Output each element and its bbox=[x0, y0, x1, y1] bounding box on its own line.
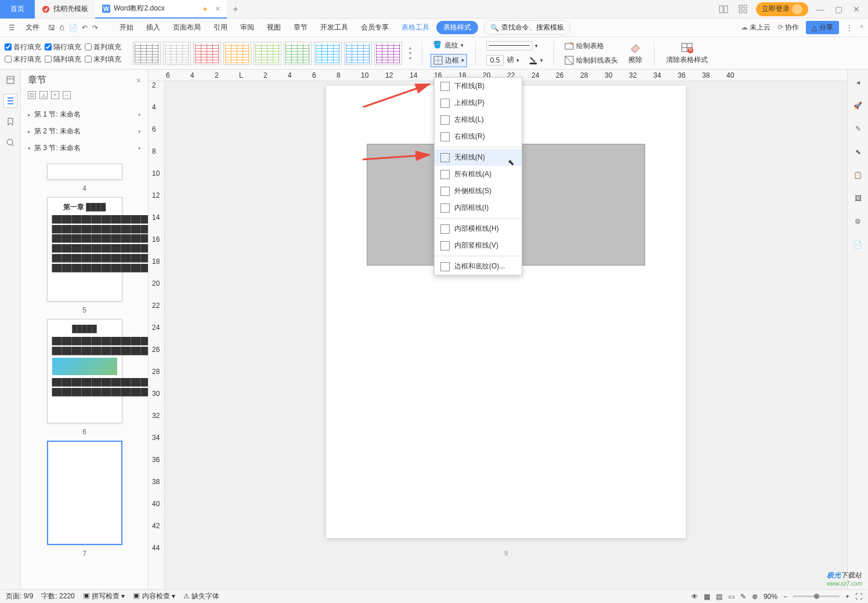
menu-insert[interactable]: 插入 bbox=[140, 20, 166, 35]
menu-table-tools[interactable]: 表格工具 bbox=[396, 20, 435, 35]
rail-expand[interactable]: ◂ bbox=[851, 75, 865, 89]
table-style-thumb[interactable] bbox=[223, 42, 251, 65]
menu-review[interactable]: 审阅 bbox=[234, 20, 260, 35]
dropdown-item[interactable]: 右框线(R) bbox=[435, 128, 522, 145]
hamburger-icon[interactable]: ☰ bbox=[5, 21, 19, 35]
view-mode-4[interactable]: ✎ bbox=[740, 593, 746, 601]
layout-icon[interactable] bbox=[717, 5, 730, 14]
cloud-status[interactable]: ☁ 未上云 bbox=[741, 23, 771, 32]
table-style-thumb[interactable] bbox=[163, 42, 191, 65]
line-width-input[interactable] bbox=[486, 55, 504, 66]
preview-icon[interactable]: 📄 bbox=[67, 24, 79, 32]
zoom-slider[interactable] bbox=[793, 595, 840, 597]
collapse-icon[interactable]: ^ bbox=[860, 24, 863, 32]
apps-icon[interactable] bbox=[736, 5, 750, 14]
thumb-page-5[interactable]: 第一章 ████████████████████████████████████… bbox=[47, 197, 122, 302]
dropdown-item[interactable]: 内部横框线(H) bbox=[435, 220, 522, 237]
rail-outline[interactable] bbox=[3, 94, 17, 108]
menu-start[interactable]: 开始 bbox=[114, 20, 139, 35]
close-window-icon[interactable]: ✕ bbox=[851, 5, 862, 14]
tab-home[interactable]: 首页 bbox=[0, 0, 35, 19]
view-eye-icon[interactable]: 👁 bbox=[691, 593, 698, 601]
dropdown-item[interactable]: 外侧框线(S) bbox=[435, 183, 522, 199]
menu-layout[interactable]: 页面布局 bbox=[167, 20, 207, 35]
undo-icon[interactable]: ↶ bbox=[80, 24, 89, 32]
menu-vip[interactable]: 会员专享 bbox=[355, 20, 395, 35]
view-mode-2[interactable]: ▤ bbox=[716, 593, 722, 601]
rail-thumbnail[interactable] bbox=[3, 73, 17, 87]
table-style-thumb[interactable] bbox=[344, 42, 372, 65]
rail-search[interactable] bbox=[3, 136, 17, 150]
zoom-reset-icon[interactable]: ⊕ bbox=[752, 593, 758, 601]
dropdown-item[interactable]: 上框线(P) bbox=[435, 95, 522, 111]
item-menu[interactable]: ▾ bbox=[138, 112, 141, 118]
rail-gear-icon[interactable]: ⚙ bbox=[851, 215, 865, 228]
save-icon[interactable]: 🖫 bbox=[46, 24, 57, 32]
item-menu[interactable]: ▾ bbox=[138, 129, 141, 135]
dropdown-item[interactable]: 下框线(B) bbox=[435, 78, 522, 95]
item-menu[interactable]: ▾ bbox=[138, 146, 141, 151]
rail-doc-icon[interactable]: 📄 bbox=[851, 238, 865, 252]
chk-last-col[interactable]: 末列填充 bbox=[85, 55, 121, 64]
dropdown-item[interactable]: 左框线(L) bbox=[435, 111, 522, 128]
draw-table-button[interactable]: 绘制表格 bbox=[562, 40, 620, 52]
menu-section[interactable]: 章节 bbox=[288, 20, 313, 35]
chk-band-col[interactable]: 隔列填充 bbox=[45, 55, 81, 64]
rail-bookmark[interactable] bbox=[3, 115, 17, 129]
thumb-partial[interactable] bbox=[47, 164, 122, 180]
view-mode-1[interactable]: ▦ bbox=[704, 593, 710, 601]
rail-clipboard-icon[interactable]: 📋 bbox=[851, 168, 865, 182]
dropdown-item[interactable]: 内部竖框线(V) bbox=[435, 237, 522, 254]
pen-color-icon[interactable] bbox=[529, 56, 538, 65]
table-style-thumb[interactable] bbox=[133, 42, 161, 65]
chk-band-row[interactable]: 隔行填充 bbox=[45, 42, 81, 52]
tool-1[interactable]: ⊡ bbox=[28, 91, 36, 99]
rail-image-icon[interactable]: 🖼 bbox=[851, 191, 865, 205]
tab-add[interactable]: + bbox=[227, 4, 244, 14]
maximize-icon[interactable]: ▢ bbox=[833, 5, 845, 14]
menu-view[interactable]: 视图 bbox=[261, 20, 287, 35]
tool-2[interactable]: △ bbox=[39, 91, 48, 99]
zoom-out[interactable]: − bbox=[783, 593, 787, 601]
vertical-ruler[interactable]: 2468101214161820222426283032343638404244 bbox=[149, 81, 165, 591]
menu-table-style[interactable]: 表格样式 bbox=[436, 21, 478, 34]
status-font[interactable]: ⚠ 缺失字体 bbox=[183, 591, 219, 601]
table-style-thumb[interactable] bbox=[254, 42, 281, 65]
dropdown-item[interactable]: 所有框线(A) bbox=[435, 166, 522, 183]
search-input[interactable]: 🔍 查找命令、搜索模板 bbox=[484, 20, 570, 35]
more-icon[interactable]: ⋮ bbox=[846, 24, 853, 32]
share-button[interactable]: △ 分享 bbox=[806, 21, 839, 34]
draw-diagonal-button[interactable]: 绘制斜线表头 bbox=[562, 55, 620, 67]
rail-rocket-icon[interactable]: 🚀 bbox=[851, 99, 865, 112]
outline-item-1[interactable]: ▸ 第 1 节: 未命名 ▾ bbox=[21, 106, 148, 123]
zoom-in[interactable]: + bbox=[845, 593, 849, 601]
table-style-thumb[interactable] bbox=[284, 42, 312, 65]
table-style-thumb[interactable] bbox=[314, 42, 342, 65]
print-icon[interactable]: ⎙ bbox=[58, 24, 66, 32]
fullscreen-icon[interactable]: ⛶ bbox=[855, 593, 862, 601]
status-page[interactable]: 页面: 9/9 bbox=[6, 591, 33, 601]
login-button[interactable]: 立即登录 bbox=[756, 2, 808, 16]
thumb-page-6[interactable]: ████████████████████████████████████████… bbox=[47, 319, 122, 423]
tool-4[interactable]: − bbox=[63, 91, 71, 99]
redo-icon[interactable]: ↷ bbox=[91, 24, 100, 32]
menu-dev[interactable]: 开发工具 bbox=[314, 20, 354, 35]
rail-select-icon[interactable]: ⬉ bbox=[851, 145, 865, 159]
sidebar-close[interactable]: × bbox=[136, 76, 141, 85]
outline-item-3[interactable]: ▾ 第 3 节: 未命名 ▾ bbox=[21, 140, 148, 157]
chevron-down-icon[interactable]: ▾ bbox=[540, 57, 543, 63]
chk-first-col[interactable]: 首列填充 bbox=[85, 42, 121, 52]
close-icon[interactable]: × bbox=[215, 4, 220, 13]
tab-templates[interactable]: 找稻壳模板 bbox=[35, 0, 95, 19]
dropdown-item[interactable]: 边框和底纹(O)... bbox=[435, 258, 522, 275]
menu-file[interactable]: 文件 bbox=[20, 20, 45, 35]
gallery-more[interactable]: ▴▾▾ bbox=[407, 44, 414, 62]
chk-first-row[interactable]: 首行填充 bbox=[5, 42, 41, 52]
chk-last-row[interactable]: 末行填充 bbox=[5, 55, 41, 64]
thumb-page-7[interactable] bbox=[47, 441, 122, 545]
zoom-label[interactable]: 90% bbox=[764, 593, 777, 601]
coop-button[interactable]: ⟳ 协作 bbox=[777, 23, 799, 32]
border-button[interactable]: 边框 ▾ bbox=[431, 54, 467, 67]
rail-pen-icon[interactable]: ✎ bbox=[851, 122, 865, 136]
clear-style-button[interactable]: × 清除表格样式 bbox=[663, 41, 711, 65]
